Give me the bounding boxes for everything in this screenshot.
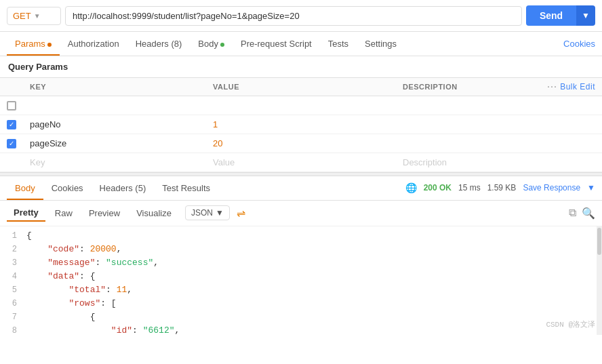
line-content: { [24,229,602,243]
tab-headers[interactable]: Headers (8) [127,32,190,56]
tab-authorization[interactable]: Authorization [60,32,127,56]
line-content: "id": "6612", [24,324,602,335]
key-cell-2[interactable]: pageNo [23,115,206,134]
format-actions: ⧉ 🔍 [569,207,595,220]
copy-icon[interactable]: ⧉ [569,207,576,220]
table-row: pageNo 1 [0,115,602,134]
chevron-down-icon: ▼ [34,12,41,20]
col-value: VALUE [206,78,396,96]
format-tabs-row: Pretty Raw Preview Visualize JSON ▼ ⇌ ⧉ … [0,201,602,226]
chevron-down-icon: ▼ [216,208,224,218]
status-time: 15 ms [458,183,481,193]
send-button[interactable]: Send [526,5,576,26]
code-line: 4 "data": { [0,270,602,283]
desc-cell-1[interactable] [396,96,534,115]
save-response-button[interactable]: Save Response [523,183,580,193]
line-number: 5 [0,283,24,297]
col-actions: ··· Bulk Edit [534,78,602,96]
checkbox-row1[interactable] [7,101,16,110]
tab-headers-response[interactable]: Headers (5) [92,176,155,200]
format-tab-visualize[interactable]: Visualize [129,205,178,221]
status-ok: 200 OK [424,183,452,193]
code-line: 5 "total": 11, [0,283,602,297]
tab-body-response[interactable]: Body [7,176,43,200]
globe-icon: 🌐 [405,182,417,193]
key-cell-4[interactable]: Key [23,153,206,171]
scrollbar[interactable] [597,226,602,335]
code-line: 6 "rows": [ [0,297,602,310]
line-number: 7 [0,310,24,324]
url-bar: GET ▼ Send ▼ [0,0,602,32]
params-dot [47,43,52,47]
tab-params[interactable]: Params [7,32,60,56]
send-arrow-button[interactable]: ▼ [576,5,595,26]
method-label: GET [13,11,31,21]
format-tab-raw[interactable]: Raw [48,205,79,221]
body-dot [220,43,224,47]
line-content: "data": { [24,270,602,283]
desc-cell-2[interactable] [396,115,534,134]
key-cell-3[interactable]: pageSize [23,134,206,153]
response-tabs: Body Cookies Headers (5) Test Results 🌐 … [0,176,602,201]
cookies-link[interactable]: Cookies [563,32,595,56]
code-line: 3 "message": "success", [0,256,602,270]
url-input[interactable] [65,6,522,26]
bulk-edit-button[interactable]: Bulk Edit [560,82,595,92]
line-content: "message": "success", [24,256,602,270]
format-select[interactable]: JSON ▼ [185,205,230,220]
line-number: 1 [0,229,24,243]
method-select[interactable]: GET ▼ [7,7,61,25]
value-cell-3[interactable]: 20 [206,134,396,153]
status-size: 1.59 KB [487,183,517,193]
scrollbar-thumb[interactable] [597,228,601,255]
line-content: "total": 11, [24,283,602,297]
code-line: 8 "id": "6612", [0,324,602,335]
send-button-group: Send ▼ [526,5,595,26]
tab-tests[interactable]: Tests [320,32,357,56]
line-number: 3 [0,256,24,270]
response-code-area[interactable]: 1{2 "code": 20000,3 "message": "success"… [0,226,602,335]
response-status-info: 🌐 200 OK 15 ms 1.59 KB Save Response ▼ [405,182,595,193]
col-checkbox [0,78,23,96]
code-line: 7 { [0,310,602,324]
col-key: KEY [23,78,206,96]
checkbox-row2[interactable] [7,120,16,129]
line-number: 6 [0,297,24,310]
params-table: KEY VALUE DESCRIPTION ··· Bulk Edit page… [0,77,602,172]
section-label-query-params: Query Params [0,56,602,77]
format-tab-preview[interactable]: Preview [82,205,127,221]
tab-settings[interactable]: Settings [357,32,405,56]
save-response-chevron[interactable]: ▼ [587,183,595,193]
value-cell-4[interactable]: Value [206,153,396,171]
format-filter-icon[interactable]: ⇌ [237,207,245,220]
desc-cell-3[interactable] [396,134,534,153]
code-line: 1{ [0,229,602,243]
line-content: { [24,310,602,324]
key-cell-1[interactable] [23,96,206,115]
line-number: 2 [0,243,24,256]
line-content: "rows": [ [24,297,602,310]
tab-cookies-response[interactable]: Cookies [43,176,92,200]
tab-prerequest[interactable]: Pre-request Script [233,32,320,56]
checkbox-row3[interactable] [7,139,16,148]
table-row [0,96,602,115]
search-icon[interactable]: 🔍 [582,207,595,220]
more-icon[interactable]: ··· [547,83,557,91]
line-number: 4 [0,270,24,283]
value-cell-1[interactable] [206,96,396,115]
request-tabs: Params Authorization Headers (8) Body Pr… [0,32,602,56]
line-content: "code": 20000, [24,243,602,256]
line-number: 8 [0,324,24,335]
watermark: CSDN @洛文泽 [546,319,595,329]
table-row: Key Value Description [0,153,602,171]
table-row: pageSize 20 [0,134,602,153]
format-tab-pretty[interactable]: Pretty [7,205,45,222]
col-description: DESCRIPTION [396,78,534,96]
tab-body[interactable]: Body [190,32,233,56]
tab-test-results[interactable]: Test Results [154,176,218,200]
desc-cell-4[interactable]: Description [396,153,534,171]
value-cell-2[interactable]: 1 [206,115,396,134]
code-line: 2 "code": 20000, [0,243,602,256]
